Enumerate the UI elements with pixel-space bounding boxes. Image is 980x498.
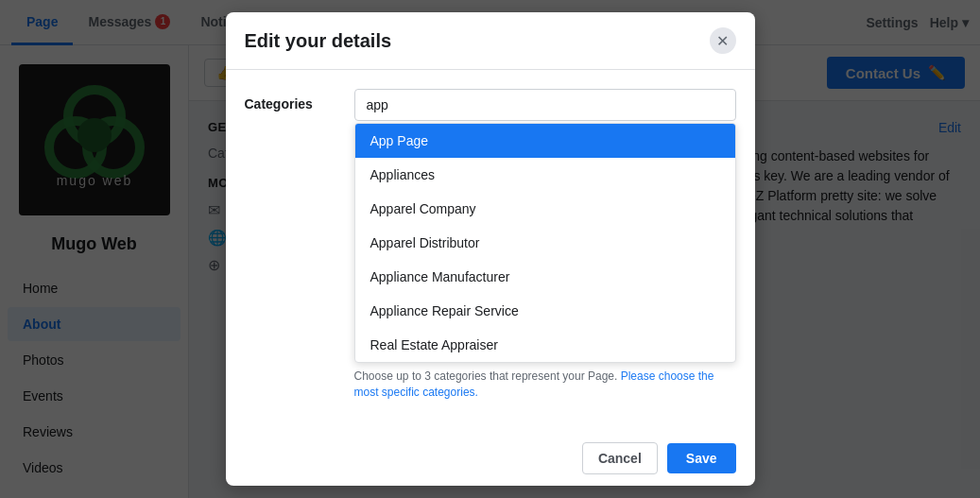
- modal-header: Edit your details ✕: [226, 12, 755, 70]
- dropdown-item-appliances[interactable]: Appliances: [355, 158, 735, 192]
- modal-body: Categories App Page Appliances Apparel C…: [226, 70, 755, 431]
- modal-title: Edit your details: [245, 30, 392, 52]
- dropdown-item-appliance-manufacturer[interactable]: Appliance Manufacturer: [355, 260, 735, 294]
- dropdown-item-appliance-repair-service[interactable]: Appliance Repair Service: [355, 294, 735, 328]
- appliance-manufacturer-label: Appliance Manufacturer: [370, 269, 510, 284]
- real-estate-appraiser-label: Real Estate Appraiser: [370, 337, 498, 352]
- categories-input[interactable]: [354, 89, 736, 121]
- appliance-repair-service-label: Appliance Repair Service: [370, 303, 519, 318]
- categories-form-row: Categories App Page Appliances Apparel C…: [245, 89, 736, 401]
- cancel-button[interactable]: Cancel: [582, 442, 658, 474]
- modal-footer: Cancel Save: [226, 431, 755, 486]
- close-icon: ✕: [716, 32, 729, 50]
- app-page-label: App Page: [370, 133, 429, 148]
- hint-text: Choose up to 3 categories that represent…: [354, 369, 618, 383]
- categories-field: App Page Appliances Apparel Company Appa…: [354, 89, 736, 401]
- dropdown-item-apparel-distributor[interactable]: Apparel Distributor: [355, 226, 735, 260]
- categories-label: Categories: [245, 89, 339, 112]
- dropdown-item-real-estate-appraiser[interactable]: Real Estate Appraiser: [355, 328, 735, 362]
- modal-close-button[interactable]: ✕: [710, 27, 736, 54]
- apparel-distributor-label: Apparel Distributor: [370, 235, 480, 250]
- appliances-label: Appliances: [370, 167, 436, 182]
- apparel-company-label: Apparel Company: [370, 201, 476, 216]
- modal-overlay: Edit your details ✕ Categories App Page …: [0, 0, 980, 498]
- edit-details-modal: Edit your details ✕ Categories App Page …: [226, 12, 755, 486]
- categories-dropdown: App Page Appliances Apparel Company Appa…: [354, 123, 736, 363]
- dropdown-item-app-page[interactable]: App Page: [355, 124, 735, 158]
- dropdown-item-apparel-company[interactable]: Apparel Company: [355, 192, 735, 226]
- categories-hint: Choose up to 3 categories that represent…: [354, 369, 736, 401]
- save-button[interactable]: Save: [667, 443, 736, 473]
